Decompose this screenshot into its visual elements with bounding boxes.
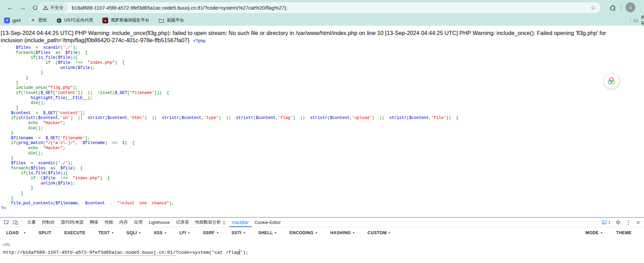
php-warning-line2: inclusion (include_path='/tmp/flag{f0b86… bbox=[1, 37, 606, 45]
device-toolbar-icon bbox=[12, 219, 18, 225]
hackbar-menu-label: LFI bbox=[179, 230, 186, 235]
devtools-tab-divider bbox=[21, 219, 22, 226]
chevron-down-icon[interactable]: ▾ bbox=[24, 231, 26, 235]
devtools-tab-Cookie-Editor[interactable]: Cookie-Editor bbox=[252, 218, 284, 227]
bookmark-star-icon[interactable]: ☆ bbox=[590, 4, 596, 11]
devtools-tab-性能[interactable]: 性能 bbox=[101, 218, 116, 227]
web-page: [13-Sep-2024 04:44:25 UTC] PHP Warning: … bbox=[0, 26, 644, 217]
hackbar-body: URL http://b18af688-1107-45fd-a572-9fef3… bbox=[0, 238, 644, 255]
hackbar-menu-ssti[interactable]: SSTI▾ bbox=[231, 230, 245, 235]
code-line: unlink($file); bbox=[1, 65, 458, 71]
hackbar-url-input[interactable]: http://b18af688-1107-45fd-a572-9fef3d65a… bbox=[3, 249, 644, 255]
forward-button[interactable]: → bbox=[18, 3, 27, 12]
devtools-tab-label: 记录器 bbox=[176, 219, 189, 225]
bookmark-item[interactable]: ✳gpt4 bbox=[4, 17, 21, 23]
address-bar[interactable]: 不安全 b18af688-1107-45fd-a572-9fef3d65a1ac… bbox=[39, 2, 600, 13]
devtools-tab-label: 性能数据分析 bbox=[195, 219, 221, 225]
code-line: ?> bbox=[1, 206, 458, 211]
devtools-tab-性能数据分析[interactable]: 性能数据分析 bbox=[192, 218, 229, 227]
hackbar-menu-label: CUSTOM bbox=[368, 230, 387, 235]
extensions-button[interactable] bbox=[608, 4, 617, 12]
reload-button[interactable] bbox=[30, 3, 40, 12]
inspect-element-button[interactable] bbox=[2, 219, 10, 226]
devtools-tab-内存[interactable]: 内存 bbox=[116, 218, 131, 227]
bookmarks-overflow[interactable]: 所有 bbox=[630, 15, 644, 26]
devtools-close-button[interactable]: × bbox=[636, 219, 640, 226]
chevron-down-icon: ▾ bbox=[139, 231, 141, 235]
hackbar-menu-ssrf[interactable]: SSRF▾ bbox=[203, 230, 218, 235]
hackbar-menu-split[interactable]: SPLIT bbox=[38, 230, 51, 235]
code-line: file_put_contents($filename, $content . … bbox=[1, 201, 458, 206]
hackbar-menu-execute[interactable]: EXECUTE bbox=[64, 230, 85, 235]
devtools-panel: 元素控制台源代码/来源网络性能内存应用Lighthouse记录器性能数据分析Ha… bbox=[0, 217, 644, 263]
hackbar-menu-encoding[interactable]: ENCODING▾ bbox=[289, 230, 317, 235]
code-line: $files = scandir('./'); bbox=[1, 45, 458, 50]
code-line: } bbox=[1, 81, 458, 86]
devtools-tab-网络[interactable]: 网络 bbox=[87, 218, 101, 227]
chevron-down-icon: ▾ bbox=[315, 231, 317, 235]
devtools-right-controls: 1 ⚙ ⋮ × bbox=[602, 219, 644, 226]
hackbar-menu-custom[interactable]: CUSTOM▾ bbox=[368, 230, 391, 235]
code-line: } bbox=[1, 191, 458, 196]
code-line: } bbox=[1, 75, 458, 81]
folder-icon bbox=[634, 18, 638, 23]
bookmark-item[interactable]: ▲俄罗斯漏洞报告平台 bbox=[102, 17, 149, 23]
bookmark-item[interactable]: H壁纸 bbox=[30, 17, 47, 23]
chevron-down-icon: ▾ bbox=[275, 231, 277, 235]
hackbar-url-label: URL bbox=[3, 242, 644, 247]
devtools-tab-Lighthouse[interactable]: Lighthouse bbox=[146, 218, 173, 227]
code-line: if(!isset($_GET['content']) || !isset($_… bbox=[1, 91, 458, 96]
hackbar-menu-sqli[interactable]: SQLI▾ bbox=[127, 230, 141, 235]
console-message-counter[interactable]: 1 bbox=[602, 220, 610, 225]
url-query-before-cursor: ?code=system('cat /flag bbox=[175, 250, 239, 255]
profile-avatar[interactable]: zi bbox=[625, 2, 635, 12]
chevron-down-icon: ▾ bbox=[243, 231, 245, 235]
bookmark-item[interactable]: 刷题平台 bbox=[159, 17, 184, 23]
code-line: } bbox=[1, 70, 458, 75]
hackbar-menu-test[interactable]: TEST▾ bbox=[99, 230, 114, 235]
message-count: 1 bbox=[608, 220, 610, 225]
device-toolbar-button[interactable] bbox=[11, 219, 19, 226]
hackbar-right-menus: MODE▾THEME bbox=[585, 230, 644, 235]
code-line: foreach($files as $file) { bbox=[1, 166, 458, 171]
code-line: unlink($file); bbox=[1, 181, 458, 186]
code-line: die(); bbox=[1, 151, 458, 156]
reload-icon bbox=[32, 5, 38, 11]
devtools-tab-记录器[interactable]: 记录器 bbox=[173, 218, 192, 227]
devtools-settings-button[interactable]: ⚙ bbox=[616, 220, 620, 225]
hackbar-menu-mode[interactable]: MODE▾ bbox=[585, 230, 602, 235]
hackbar-menu-shell[interactable]: SHELL▾ bbox=[258, 230, 276, 235]
php-warning-line1: [13-Sep-2024 04:44:25 UTC] PHP Warning: … bbox=[1, 29, 606, 37]
devtools-tab-应用[interactable]: 应用 bbox=[131, 218, 146, 227]
wallpaper-site-icon: H bbox=[30, 17, 36, 23]
hackbar-menu-hashing[interactable]: HASHING▾ bbox=[330, 230, 355, 235]
devtools-menu-button[interactable]: ⋮ bbox=[625, 220, 631, 225]
hackbar-menu-xss[interactable]: XSS▾ bbox=[154, 230, 166, 235]
hackbar-menu-label: THEME bbox=[616, 230, 632, 235]
security-chip[interactable]: 不安全 bbox=[39, 3, 68, 12]
code-line: $content = $_GET['content']; bbox=[1, 111, 458, 116]
hackbar-menu-label: EXECUTE bbox=[64, 230, 85, 235]
browser-toolbar: ← → 不安全 b18af688-1107-45fd-a572-9fef3d65… bbox=[0, 0, 644, 15]
hackbar-menu-theme[interactable]: THEME bbox=[616, 230, 632, 235]
devtools-tab-控制台[interactable]: 控制台 bbox=[39, 218, 58, 227]
bookmark-item[interactable]: USTC反向代理 bbox=[56, 17, 93, 23]
code-line: highlight_file(__FILE__); bbox=[1, 96, 458, 101]
knot-logo-icon bbox=[607, 76, 616, 86]
php-open-tag: <?php bbox=[193, 39, 206, 44]
back-button[interactable]: ← bbox=[5, 3, 15, 12]
console-messages-icon bbox=[602, 220, 607, 225]
hackbar-menu-lfi[interactable]: LFI▾ bbox=[179, 230, 189, 235]
hackbar-menu-load[interactable]: LOAD▾ bbox=[6, 230, 25, 235]
hackbar-menu-label: ENCODING bbox=[289, 230, 313, 235]
chevron-down-icon: ▾ bbox=[188, 231, 190, 235]
code-line: } bbox=[1, 196, 458, 201]
hackbar-menu-label: TEST bbox=[99, 230, 110, 235]
devtools-tab-元素[interactable]: 元素 bbox=[24, 218, 39, 227]
hackbar-menu-label: SSTI bbox=[231, 230, 241, 235]
devtools-tab-源代码-来源[interactable]: 源代码/来源 bbox=[58, 218, 87, 227]
hackbar-toolbar: LOAD▾SPLITEXECUTETEST▾SQLI▾XSS▾LFI▾SSRF▾… bbox=[0, 227, 644, 238]
devtools-tab-HackBar[interactable]: HackBar bbox=[229, 218, 252, 227]
url-text[interactable]: b18af688-1107-45fd-a572-9fef3d65a1ac.nod… bbox=[72, 5, 590, 11]
extension-floating-button[interactable] bbox=[604, 73, 619, 89]
